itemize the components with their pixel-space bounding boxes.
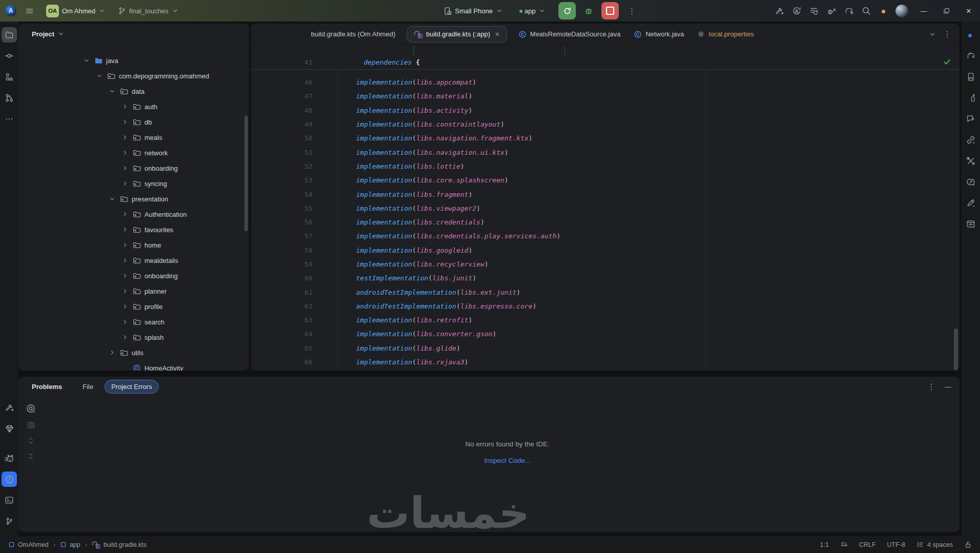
tree-expand-chevron-icon[interactable] <box>121 180 129 187</box>
editor-tab-build.gradle.kts-app-[interactable]: build.gradle.kts (:app)✕ <box>407 26 507 43</box>
tree-expand-chevron-icon[interactable] <box>121 226 129 233</box>
apply-changes-button[interactable] <box>788 2 805 19</box>
project-widget[interactable]: OA Om Ahmed <box>43 3 109 18</box>
code-line-55[interactable]: 55implementation(libs.viewpager2) <box>251 201 960 215</box>
code-line-63[interactable]: 63implementation(libs.retrofit) <box>251 313 960 327</box>
problems-tool-button[interactable] <box>2 472 17 487</box>
editor-tab-Network.java[interactable]: Network.java <box>627 24 691 45</box>
code-line-65[interactable]: 65implementation(libs.glide) <box>251 341 960 355</box>
code-line-60[interactable]: 60testImplementation(libs.junit) <box>251 271 960 285</box>
problems-options-button[interactable]: ⋮ <box>927 382 935 392</box>
code-line-61[interactable]: 61androidTestImplementation(libs.ext.jun… <box>251 285 960 299</box>
window-restore-button[interactable] <box>935 0 957 22</box>
tree-item-presentation[interactable]: presentation <box>18 191 249 207</box>
tree-expand-chevron-icon[interactable] <box>121 257 129 264</box>
line-separator-icon[interactable] <box>840 541 848 548</box>
tree-item-meals[interactable]: meals <box>18 130 249 145</box>
project-panel-header[interactable]: Project <box>18 24 249 44</box>
code-line-59[interactable]: 59implementation(libs.recyclerview) <box>251 257 960 271</box>
inspection-ok-check-icon[interactable] <box>943 57 951 66</box>
code-line-53[interactable]: 53implementation(libs.core.splashscreen) <box>251 173 960 187</box>
code-line-66[interactable]: 66implementation(libs.rxjava3) <box>251 355 960 369</box>
structure-tool-button[interactable] <box>2 69 17 85</box>
tree-item-search[interactable]: search <box>18 314 249 330</box>
indent-widget[interactable]: 4 spaces <box>916 541 953 548</box>
window-close-button[interactable]: ✕ <box>957 0 980 22</box>
tab-project-errors[interactable]: Project Errors <box>105 380 158 394</box>
hidden-tabs-chevron-icon[interactable] <box>929 31 936 38</box>
tree-item-HomeActivity[interactable]: HomeActivity <box>18 360 249 371</box>
tab-options-button[interactable]: ⋮ <box>943 29 951 39</box>
tree-expand-chevron-icon[interactable] <box>121 241 129 249</box>
code-line-58[interactable]: 58implementation(libs.googleid) <box>251 243 960 257</box>
tree-item-java[interactable]: java <box>18 53 249 68</box>
tree-expand-chevron-icon[interactable] <box>121 149 129 156</box>
problems-hide-button[interactable]: — <box>945 383 951 391</box>
tree-expand-chevron-icon[interactable] <box>121 303 129 310</box>
project-tool-button[interactable] <box>2 27 17 43</box>
tree-collapse-chevron-icon[interactable] <box>108 195 116 202</box>
tree-expand-chevron-icon[interactable] <box>121 165 129 172</box>
window-minimize-button[interactable]: — <box>912 0 935 22</box>
project-tree-scrollbar[interactable] <box>244 116 248 231</box>
collapse-all-icon[interactable] <box>27 452 35 460</box>
sticky-code-line[interactable]: 41 dependencies { <box>251 55 960 70</box>
tree-expand-chevron-icon[interactable] <box>121 318 129 325</box>
code-line-52[interactable]: 52implementation(libs.lottie) <box>251 159 960 173</box>
attach-debugger-button[interactable] <box>823 2 840 19</box>
tree-expand-chevron-icon[interactable] <box>121 272 129 279</box>
pull-requests-tool-button[interactable] <box>2 90 17 106</box>
tree-item-network[interactable]: network <box>18 145 249 160</box>
tree-expand-chevron-icon[interactable] <box>121 118 129 126</box>
tree-item-syncing[interactable]: syncing <box>18 176 249 191</box>
user-avatar[interactable] <box>895 5 908 17</box>
tree-item-com.depogramming.omahmed[interactable]: com.depogramming.omahmed <box>18 68 249 84</box>
running-devices-tool-button[interactable] <box>963 90 978 106</box>
gradle-tool-button[interactable] <box>963 48 978 64</box>
more-run-actions-button[interactable]: ⋮ <box>623 2 640 19</box>
tree-expand-chevron-icon[interactable] <box>108 349 116 356</box>
tree-expand-chevron-icon[interactable] <box>121 103 129 110</box>
tree-item-onboarding[interactable]: onboarding <box>18 160 249 176</box>
notifications-tool-button[interactable] <box>963 27 978 43</box>
breadcrumb-item-app[interactable]: app <box>60 541 80 548</box>
logcat-tool-button[interactable] <box>2 450 17 466</box>
code-line-64[interactable]: 64implementation(libs.converter.gson) <box>251 327 960 341</box>
code-line-57[interactable]: 57implementation(libs.credentials.play.s… <box>251 229 960 243</box>
tree-item-home[interactable]: home <box>18 237 249 253</box>
search-everywhere-button[interactable] <box>858 2 875 19</box>
debug-button[interactable] <box>580 2 597 19</box>
rerun-app-button[interactable] <box>558 2 576 19</box>
tab-close-icon[interactable]: ✕ <box>495 31 500 38</box>
gemini-tool-button[interactable] <box>963 111 978 127</box>
tab-file[interactable]: File <box>76 380 99 393</box>
app-links-tool-button[interactable] <box>963 132 978 148</box>
read-only-lock-icon[interactable] <box>964 541 972 548</box>
tree-item-utils[interactable]: utils <box>18 345 249 360</box>
caret-position-widget[interactable]: 1:1 <box>820 541 829 548</box>
editor-tab-build.gradle.kts-Om-Ahmed-[interactable]: build.gradle.kts (Om Ahmed) <box>304 24 402 45</box>
tree-expand-chevron-icon[interactable] <box>121 288 129 295</box>
code-line-51[interactable]: 51implementation(libs.navigation.ui.ktx) <box>251 145 960 159</box>
preview-panel-icon[interactable] <box>27 421 35 429</box>
sync-gradle-button[interactable] <box>840 2 858 19</box>
branch-widget[interactable]: final_touches <box>114 3 182 18</box>
tree-item-auth[interactable]: auth <box>18 99 249 114</box>
code-line-47[interactable]: 47implementation(libs.material) <box>251 89 960 103</box>
tree-expand-chevron-icon[interactable] <box>121 134 129 141</box>
expand-all-icon[interactable] <box>27 437 35 445</box>
breadcrumb-item-OmAhmed[interactable]: OmAhmed <box>8 541 49 548</box>
code-line-49[interactable]: 49implementation(libs.constraintlayout) <box>251 117 960 131</box>
run-configuration-selector[interactable]: app <box>518 3 550 18</box>
tree-item-data[interactable]: data <box>18 84 249 99</box>
stop-button[interactable] <box>601 2 619 19</box>
tree-item-db[interactable]: db <box>18 114 249 130</box>
compose-editor-tool-button[interactable] <box>963 195 978 211</box>
encoding-widget[interactable]: UTF-8 <box>887 541 905 548</box>
assistant-tools-tool-button[interactable] <box>963 153 978 169</box>
tree-item-profile[interactable]: profile <box>18 299 249 314</box>
line-separator-widget[interactable]: CRLF <box>859 541 876 548</box>
tree-item-favourites[interactable]: favourites <box>18 222 249 237</box>
tree-collapse-chevron-icon[interactable] <box>108 88 116 95</box>
main-menu-button[interactable] <box>22 3 37 18</box>
